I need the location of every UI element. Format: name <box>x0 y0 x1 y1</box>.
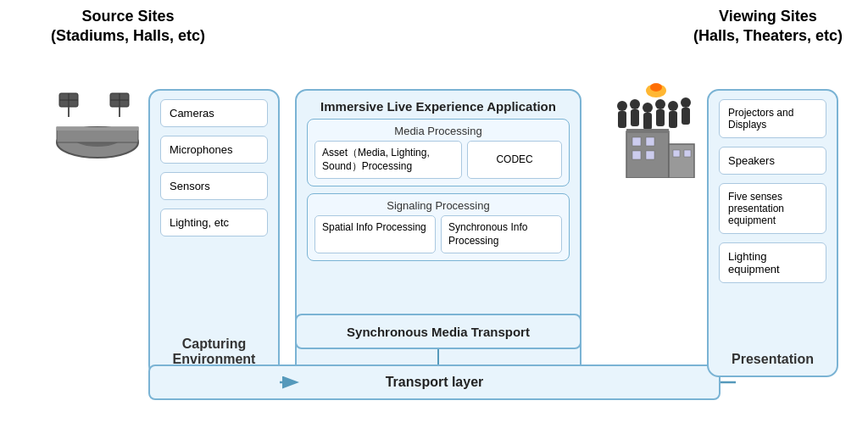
viewing-item-speakers: Speakers <box>719 147 826 175</box>
source-title: Source Sites <box>82 8 175 25</box>
svg-rect-31 <box>646 151 654 159</box>
signaling-box: Signaling Processing Spatial Info Proces… <box>307 193 570 261</box>
spatial-info-box: Spatial Info Processing <box>314 215 436 253</box>
synchronous-transport-box: Synchronous Media Transport <box>295 314 581 349</box>
transport-layer-box: Transport layer <box>148 364 721 400</box>
viewing-header: Viewing Sites (Halls, Theaters, etc) <box>693 7 843 47</box>
codec-box: CODEC <box>467 141 562 179</box>
svg-rect-30 <box>632 151 641 159</box>
source-label: CapturingEnvironment <box>150 337 278 367</box>
asset-processing-box: Asset（Media, Lighting, Sound）Processing <box>314 141 462 179</box>
svg-rect-32 <box>673 150 680 157</box>
svg-point-18 <box>655 99 665 109</box>
svg-point-25 <box>650 83 662 92</box>
svg-point-20 <box>668 101 678 111</box>
svg-point-14 <box>630 99 640 109</box>
source-subtitle: (Stadiums, Halls, etc) <box>51 27 205 44</box>
svg-point-12 <box>617 101 627 111</box>
middle-title: Immersive Live Experience Application <box>297 91 580 119</box>
viewing-item-five-senses: Five senses presentation equipment <box>719 183 826 234</box>
viewing-subtitle: (Halls, Theaters, etc) <box>693 27 843 44</box>
svg-rect-33 <box>684 150 691 157</box>
signaling-processing-title: Signaling Processing <box>308 194 569 215</box>
viewing-item-lighting: Lighting equipment <box>719 242 826 283</box>
svg-point-16 <box>643 103 653 113</box>
media-processing-box: Media Processing Asset（Media, Lighting, … <box>307 119 570 186</box>
media-processing-row: Asset（Media, Lighting, Sound）Processing … <box>314 141 562 179</box>
viewing-title: Viewing Sites <box>719 8 817 25</box>
svg-rect-34 <box>626 129 669 133</box>
source-item-microphones: Microphones <box>160 136 268 164</box>
svg-rect-27 <box>669 144 694 178</box>
source-item-lighting: Lighting, etc <box>160 209 268 236</box>
viewing-item-projectors: Projectors and Displays <box>719 99 826 138</box>
diagram-container: Source Sites (Stadiums, Halls, etc) View… <box>0 0 868 434</box>
svg-point-22 <box>681 97 691 108</box>
svg-rect-29 <box>646 137 654 146</box>
svg-rect-11 <box>57 127 138 131</box>
signaling-row: Spatial Info Processing Synchronous Info… <box>314 215 562 253</box>
source-box: Cameras Microphones Sensors Lighting, et… <box>148 89 280 377</box>
svg-rect-28 <box>632 137 641 146</box>
viewing-box: Projectors and Displays Speakers Five se… <box>707 89 838 377</box>
source-item-sensors: Sensors <box>160 172 268 200</box>
source-item-cameras: Cameras <box>160 99 268 127</box>
building-icon <box>622 119 698 178</box>
viewing-label: Presentation <box>709 352 837 367</box>
synchronous-info-box: Synchronous Info Processing <box>441 215 562 253</box>
media-processing-title: Media Processing <box>308 120 569 141</box>
source-header: Source Sites (Stadiums, Halls, etc) <box>51 7 205 47</box>
stadium-icon <box>51 92 144 168</box>
